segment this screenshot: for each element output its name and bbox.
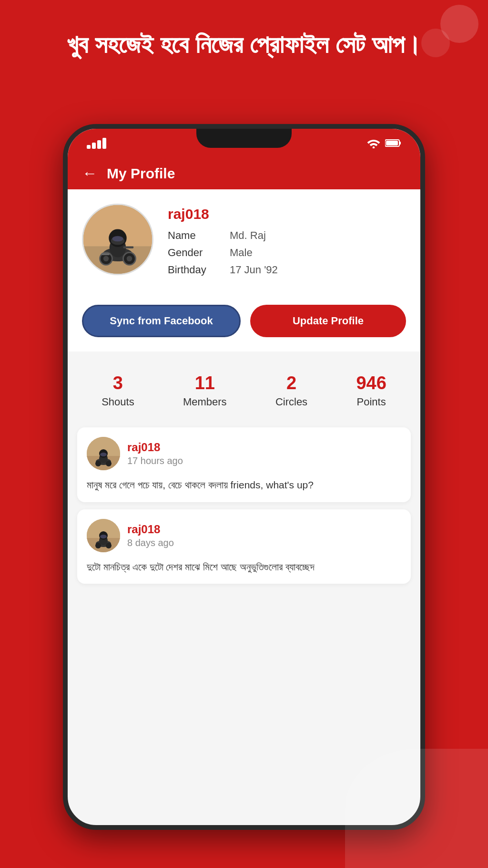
signal-bar-4 [102,138,106,149]
svg-point-32 [100,535,107,538]
bottom-decoration [345,749,488,868]
battery-icon [385,139,401,147]
svg-rect-2 [386,141,398,145]
shouts-section: raj018 17 hours ago মানুষ মরে গেলে পচে য… [68,423,420,600]
members-count: 11 [183,373,227,393]
phone-bottom [68,600,420,624]
svg-point-20 [95,461,101,466]
buttons-row: Sync from Facebook Update Profile [68,295,420,351]
shout-card-2: raj018 8 days ago দুটো মানচিত্র একে দুটো… [77,509,411,584]
members-label: Members [183,396,227,408]
points-count: 946 [356,373,386,393]
svg-point-8 [103,256,109,262]
section-divider-1 [68,351,420,359]
shout-card-1: raj018 17 hours ago মানুষ মরে গেলে পচে য… [77,427,411,502]
gender-value: Male [230,247,253,259]
status-icons [367,138,401,148]
shout-avatar-1 [87,437,120,470]
name-row: Name Md. Raj [168,229,406,242]
shout-avatar-2 [87,519,120,552]
name-label: Name [168,229,215,242]
shout-time-2: 8 days ago [127,537,401,548]
svg-point-24 [100,453,107,456]
svg-point-21 [106,461,112,466]
app-header: ← My Profile [68,157,420,189]
name-value: Md. Raj [230,229,266,242]
phone-container: ← My Profile [0,124,488,830]
svg-point-10 [127,256,132,262]
circles-label: Circles [275,396,307,408]
birthday-row: Birthday 17 Jun '92 [168,264,406,276]
stats-section: 3 Shouts 11 Members 2 Circles 946 Points [68,359,420,423]
status-bar [68,129,420,157]
wifi-icon [367,138,380,148]
shout-header-2: raj018 8 days ago [87,519,401,552]
shout-username-2: raj018 [127,523,401,536]
signal-bars [87,138,106,149]
shout-time-1: 17 hours ago [127,455,401,466]
shout-avatar-image-2 [87,519,120,552]
svg-rect-1 [399,142,401,145]
svg-rect-15 [123,246,134,248]
notch [196,129,292,148]
stat-members[interactable]: 11 Members [183,373,227,408]
stat-points[interactable]: 946 Points [356,373,386,408]
svg-point-14 [112,236,123,242]
phone-mockup: ← My Profile [63,124,425,830]
shouts-label: Shouts [102,396,134,408]
profile-section: raj018 Name Md. Raj Gender Male Birthday… [68,189,420,295]
page-title: My Profile [107,165,175,182]
shout-header-1: raj018 17 hours ago [87,437,401,470]
avatar-container [82,204,153,275]
avatar [82,204,153,275]
sync-facebook-button[interactable]: Sync from Facebook [82,305,241,337]
hero-section: খুব সহজেই হবে নিজের প্রোফাইল সেট আপ। [0,0,488,134]
stat-shouts[interactable]: 3 Shouts [102,373,134,408]
shout-meta-2: raj018 8 days ago [127,523,401,548]
gender-row: Gender Male [168,247,406,259]
points-label: Points [356,396,386,408]
gender-label: Gender [168,247,215,259]
update-profile-button[interactable]: Update Profile [250,305,406,337]
profile-username: raj018 [168,206,406,222]
signal-bar-3 [97,140,101,149]
shout-username-1: raj018 [127,441,401,454]
signal-bar-2 [92,143,96,149]
stat-circles[interactable]: 2 Circles [275,373,307,408]
shout-meta-1: raj018 17 hours ago [127,441,401,466]
svg-rect-16 [101,253,109,255]
back-button[interactable]: ← [82,165,97,182]
shout-text-2: দুটো মানচিত্র একে দুটো দেশর মাঝে মিশে আছ… [87,559,401,575]
profile-info: raj018 Name Md. Raj Gender Male Birthday… [168,204,406,281]
signal-bar-1 [87,145,91,149]
shout-avatar-image-1 [87,437,120,470]
birthday-label: Birthday [168,264,215,276]
svg-point-28 [95,543,101,548]
avatar-image [83,205,152,274]
shouts-count: 3 [102,373,134,393]
circles-count: 2 [275,373,307,393]
shout-text-1: মানুষ মরে গেলে পচে যায়, বেচে থাকলে বদলা… [87,477,401,493]
hero-text: খুব সহজেই হবে নিজের প্রোফাইল সেট আপ। [14,19,474,75]
svg-point-29 [106,543,112,548]
birthday-value: 17 Jun '92 [230,264,278,276]
